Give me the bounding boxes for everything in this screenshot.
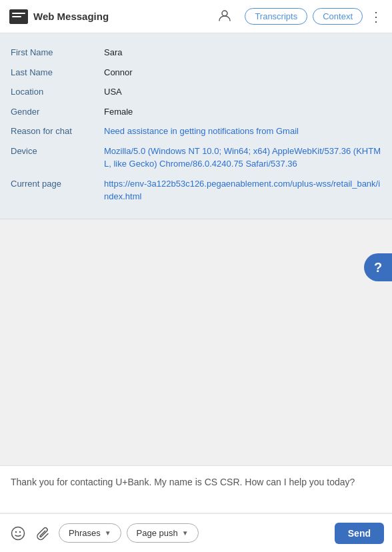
context-row: Reason for chatNeed assistance in gettin… xyxy=(11,121,381,141)
context-row: GenderFemale xyxy=(11,102,381,122)
context-row: DeviceMozilla/5.0 (Windows NT 10.0; Win6… xyxy=(11,141,381,174)
context-label: Location xyxy=(11,85,104,99)
user-icon[interactable] xyxy=(218,9,231,25)
context-panel: First NameSaraLast NameConnorLocationUSA… xyxy=(0,33,392,219)
context-label: Reason for chat xyxy=(11,125,104,138)
context-value: Sara xyxy=(104,46,381,59)
svg-point-5 xyxy=(15,531,17,532)
context-row: Last NameConnor xyxy=(11,63,381,83)
transcripts-button[interactable]: Transcripts xyxy=(245,8,307,25)
message-text[interactable]: Thank you for contacting U+Bank. My name… xyxy=(11,475,381,489)
context-label: Current page xyxy=(11,177,104,203)
svg-point-6 xyxy=(19,531,21,532)
help-button[interactable]: ? xyxy=(364,253,392,281)
more-menu-icon[interactable]: ⋮ xyxy=(369,10,383,23)
context-button[interactable]: Context xyxy=(313,8,363,25)
context-value: USA xyxy=(104,85,381,99)
context-value: Connor xyxy=(104,66,381,79)
context-value: Mozilla/5.0 (Windows NT 10.0; Win64; x64… xyxy=(104,145,381,171)
attachment-button[interactable] xyxy=(33,523,53,543)
context-value: https://env-3a122b53c126.pegaenablement.… xyxy=(104,177,381,203)
send-button[interactable]: Send xyxy=(335,523,384,544)
chat-area xyxy=(0,219,392,505)
emoji-button[interactable] xyxy=(8,523,28,543)
svg-point-4 xyxy=(12,527,25,539)
context-value: Need assistance in getting notifications… xyxy=(104,125,381,138)
page-push-button[interactable]: Page push ▼ xyxy=(127,523,199,543)
phrases-chevron-icon: ▼ xyxy=(105,529,111,537)
bottom-toolbar: Phrases ▼ Page push ▼ Send xyxy=(0,513,392,552)
context-row: Current pagehttps://env-3a122b53c126.peg… xyxy=(11,174,381,207)
context-row: First NameSara xyxy=(11,43,381,63)
phrases-button[interactable]: Phrases ▼ xyxy=(59,523,121,543)
context-label: Device xyxy=(11,145,104,171)
context-label: Gender xyxy=(11,105,104,119)
message-input-area[interactable]: Thank you for contacting U+Bank. My name… xyxy=(0,465,392,512)
app-title: Web Messaging xyxy=(33,11,218,22)
context-value: Female xyxy=(104,105,381,119)
context-row: LocationUSA xyxy=(11,82,381,102)
svg-rect-2 xyxy=(12,16,21,17)
context-label: First Name xyxy=(11,46,104,59)
web-messaging-icon xyxy=(9,9,28,24)
page-push-chevron-icon: ▼ xyxy=(182,529,189,537)
svg-point-3 xyxy=(222,11,227,16)
context-label: Last Name xyxy=(11,66,104,79)
header: Web Messaging Transcripts Context ⋮ xyxy=(0,0,392,33)
svg-rect-1 xyxy=(12,13,25,14)
